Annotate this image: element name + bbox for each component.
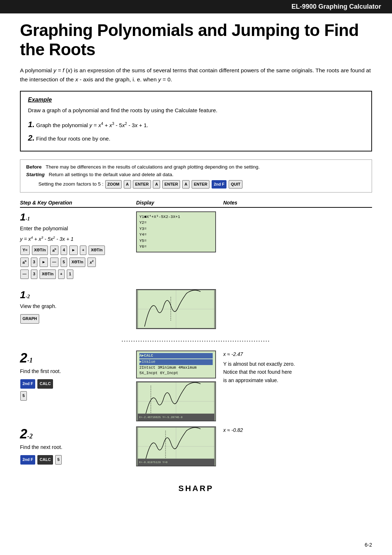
quit-key[interactable]: QUIT — [229, 180, 242, 189]
before-row: Before There may be differences in the r… — [26, 163, 366, 171]
col-header-step: Step & Key Operation — [20, 200, 136, 206]
five-key-2[interactable]: 5 — [20, 391, 27, 401]
step-1-1-row: 1-1 Enter the polynomial y = x4 + x3 - 5… — [20, 211, 372, 281]
starting-row: Starting Return all settings to the defa… — [26, 171, 366, 179]
step-2-1-desc: Find the first root. — [20, 367, 129, 375]
enter-key-2[interactable]: ENTER — [162, 180, 180, 189]
note-2-1-text3: is an approximate value. — [223, 376, 372, 384]
screen-line-2: Y2= — [139, 220, 213, 226]
calc-key-2[interactable]: CALC — [37, 455, 53, 465]
step-2-1-header: 2-1 — [20, 351, 129, 366]
col-header-display: Display — [136, 200, 223, 206]
setting-zoom-row: Setting the zoom factors to 5 : ZOOM A E… — [26, 180, 366, 189]
four-key[interactable]: 4 — [61, 246, 67, 255]
step-1-1-number: 1 — [20, 211, 26, 223]
minus-key-1[interactable]: — — [50, 258, 58, 267]
2ndf-key-2[interactable]: 2nd F — [20, 379, 35, 389]
step-2-2-row: 2-2 Find the next root. 2nd F CALC 5 — [20, 426, 372, 468]
step-2-1-sub: -1 — [27, 357, 33, 364]
a-key-1[interactable]: A — [124, 180, 131, 189]
five-key[interactable]: 5 — [61, 258, 67, 267]
step-2-2-sub: -2 — [27, 433, 33, 440]
minus-key-2[interactable]: — — [20, 270, 29, 279]
brand-name: SHARP — [178, 484, 213, 493]
main-content: Graphing Polynomials and Jumping to Find… — [0, 13, 392, 511]
menu-item-4: 4Maximum — [178, 365, 196, 370]
enter-key-3[interactable]: ENTER — [192, 180, 209, 189]
xthetat-key-2[interactable]: XΘT/n — [89, 246, 105, 255]
step-1-2-row: 1-2 View the graph. GRAPH — [20, 289, 372, 331]
step-2-1-display: A►CALC ►1Value 2Intsct 3Minimum 4Maximum… — [136, 351, 223, 423]
calc-screen-1-1: Y1■X⁴+X³-5X2-3X+1 Y2= Y3= Y4= Y5= Y6= — [136, 211, 216, 252]
step-1-2-desc: View the graph. — [20, 302, 129, 310]
step2-description: 2. Find the four roots one by one. — [28, 131, 364, 145]
step-1-2-header: 1-2 — [20, 289, 129, 301]
brand-footer: SHARP — [20, 477, 372, 497]
dot-separator: ••••••••••••••••••••••••••••••••••••••••… — [20, 339, 372, 343]
ab-key-2[interactable]: ab — [20, 258, 29, 267]
calc-key-1[interactable]: CALC — [37, 379, 53, 389]
menu-item-2: 2Intsct — [139, 365, 155, 370]
example-description: Draw a graph of a polynomial and find th… — [28, 106, 364, 115]
step-2-2-header: 2-2 — [20, 426, 129, 442]
screen-line-6: Y6= — [139, 244, 213, 250]
five-key-row-1: 5 — [20, 390, 129, 401]
step-1-1-sub: -1 — [26, 216, 30, 222]
note-2-1-formula: x ≈ -2.47 — [223, 351, 372, 358]
a-key-3[interactable]: A — [182, 180, 189, 189]
one-key[interactable]: 1 — [67, 270, 73, 279]
example-label: Example — [28, 97, 364, 103]
zoom-key[interactable]: ZOOM — [105, 180, 122, 189]
menu-item-1: ►1Value — [139, 359, 213, 365]
screen-line-5: Y5= — [139, 238, 213, 244]
step-1-2-left: 1-2 View the graph. GRAPH — [20, 289, 136, 325]
xthetat-key-3[interactable]: XΘT/n — [69, 258, 85, 267]
step-2-2-desc: Find the next root. — [20, 443, 129, 451]
step-2-1-notes: x ≈ -2.47 Y is almost but not exactly ze… — [223, 351, 372, 384]
graph-key[interactable]: GRAPH — [20, 314, 39, 324]
col-header-notes: Notes — [223, 200, 372, 206]
step-2-2-left: 2-2 Find the next root. 2nd F CALC 5 — [20, 426, 136, 466]
xthetat-key-1[interactable]: XΘT/n — [32, 246, 48, 255]
plus-key-1[interactable]: + — [80, 246, 86, 255]
screen-line-3: Y3= — [139, 226, 213, 232]
graph-screen-2-1-container: X=-2.46716625 Y=-5.2074E-9 — [136, 381, 217, 423]
screen-line-1: Y1■X⁴+X³-5X2-3X+1 — [139, 214, 213, 220]
graph-key-row: GRAPH — [20, 313, 129, 324]
a-key-2[interactable]: A — [153, 180, 160, 189]
key-row-2: ab 3 ► — 5 XΘT/n x2 — [20, 257, 129, 267]
step-2-1-number: 2 — [20, 351, 27, 365]
step-1-1-desc: Enter the polynomial — [20, 224, 129, 232]
page-header: EL-9900 Graphing Calculator — [0, 0, 392, 13]
arrow-key-2[interactable]: ► — [40, 258, 48, 267]
starting-label: Starting — [26, 172, 45, 177]
menu-item-6: 6Y_Incpt — [160, 371, 178, 375]
key-row-3: — 3 XΘT/n + 1 — [20, 268, 129, 279]
step-1-2-number: 1 — [20, 289, 26, 300]
plus-key-2[interactable]: + — [58, 270, 65, 279]
ab-key-1[interactable]: ab — [50, 246, 58, 255]
y-equals-key[interactable]: Y= — [20, 246, 30, 255]
arrow-key-1[interactable]: ► — [69, 246, 78, 255]
2ndf-key-1[interactable]: 2nd F — [212, 180, 226, 189]
enter-key-1[interactable]: ENTER — [133, 180, 151, 189]
key-row-1: Y= XΘT/n ab 4 ► + XΘT/n — [20, 245, 129, 255]
x2-key[interactable]: x2 — [87, 258, 95, 267]
screen-line-4: Y4= — [139, 232, 213, 238]
xthetat-key-4[interactable]: XΘT/n — [40, 270, 56, 279]
step-2-2-number: 2 — [20, 426, 27, 441]
step-2-2-notes: x ≈ -0.82 — [223, 426, 372, 436]
2ndf-key-3[interactable]: 2nd F — [20, 455, 35, 465]
five-key-3[interactable]: 5 — [55, 455, 62, 465]
graph-screen-2-1: X=-2.46716625 Y=-5.2074E-9 — [136, 381, 216, 421]
step-2-1-row: 2-1 Find the first root. 2nd F CALC 5 A►… — [20, 351, 372, 423]
screen-status-text-2: X=-0.81975129 Y=0 — [139, 461, 168, 464]
menu-item-5: 5X_Incpt — [139, 371, 158, 375]
step-1-2-sub: -2 — [26, 294, 30, 299]
three-key-1[interactable]: 3 — [31, 258, 37, 267]
three-key-2[interactable]: 3 — [31, 270, 37, 279]
column-headers: Step & Key Operation Display Notes — [20, 200, 372, 208]
page-title: Graphing Polynomials and Jumping to Find… — [20, 21, 372, 59]
header-title: EL-9900 Graphing Calculator — [291, 3, 381, 10]
step-1-1-header: 1-1 — [20, 211, 129, 223]
